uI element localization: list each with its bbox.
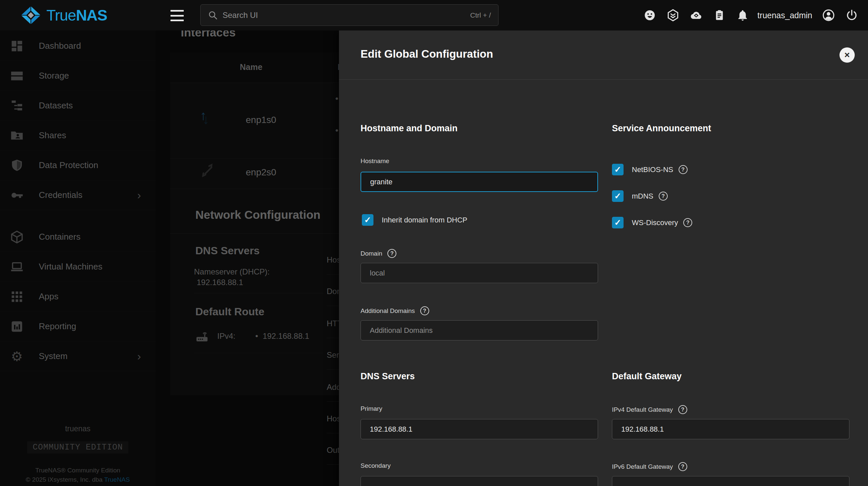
modal-header: Edit Global Configuration × [339, 31, 868, 79]
checkbox-checked-icon: ✓ [612, 190, 624, 202]
truecommand-cloud-icon[interactable] [685, 0, 708, 31]
mdns-checkbox[interactable]: ✓ mDNS ? [612, 190, 851, 202]
help-icon[interactable]: ? [388, 249, 396, 258]
default-gateway-heading: Default Gateway [612, 371, 851, 382]
truenas-logo-icon [20, 5, 42, 26]
service-announcement-heading: Service Announcement [612, 123, 851, 134]
secondary-dns-label: Secondary [361, 462, 598, 469]
primary-dns-input[interactable] [361, 419, 598, 439]
help-icon[interactable]: ? [678, 405, 687, 414]
additional-domains-label: Additional Domains ? [361, 306, 598, 315]
ipv6-gateway-input[interactable] [612, 476, 849, 486]
close-icon[interactable]: × [839, 47, 855, 63]
username: truenas_admin [754, 10, 817, 20]
stacked-services-icon[interactable] [661, 0, 685, 31]
netbios-checkbox[interactable]: ✓ NetBIOS-NS ? [612, 164, 851, 175]
primary-dns-label: Primary [361, 405, 598, 412]
inherit-domain-checkbox[interactable]: ✓ Inherit domain from DHCP [362, 214, 599, 226]
hostname-input[interactable] [361, 172, 598, 192]
top-bar: TrueNAS Ctrl + / [0, 0, 868, 31]
checkbox-checked-icon: ✓ [612, 164, 624, 175]
user-avatar-icon[interactable] [817, 0, 840, 31]
jobs-clipboard-icon[interactable] [708, 0, 731, 31]
checkbox-checked-icon: ✓ [362, 214, 373, 226]
domain-input[interactable] [361, 263, 598, 283]
dns-servers-heading: DNS Servers [361, 371, 598, 382]
menu-toggle-icon[interactable] [170, 10, 184, 21]
checkbox-checked-icon: ✓ [612, 217, 624, 228]
search-shortcut: Ctrl + / [470, 11, 491, 19]
alerts-bell-icon[interactable] [731, 0, 754, 31]
help-icon[interactable]: ? [420, 306, 429, 315]
power-icon[interactable] [840, 0, 863, 31]
help-icon[interactable]: ? [678, 462, 687, 471]
ws-discovery-checkbox[interactable]: ✓ WS-Discovery ? [612, 217, 851, 228]
help-icon[interactable]: ? [683, 218, 692, 227]
hostname-label: Hostname [361, 158, 598, 165]
help-icon[interactable]: ? [679, 165, 688, 174]
secondary-dns-input[interactable] [361, 476, 598, 486]
truenas-logo[interactable]: TrueNAS [20, 5, 107, 26]
search-icon [208, 10, 218, 20]
feedback-smiley-icon[interactable] [638, 0, 661, 31]
global-search[interactable]: Ctrl + / [200, 4, 498, 26]
edit-global-configuration-modal: Edit Global Configuration × Hostname and… [339, 31, 868, 486]
modal-title: Edit Global Configuration [361, 48, 493, 60]
hostname-domain-heading: Hostname and Domain [361, 123, 598, 134]
help-icon[interactable]: ? [659, 192, 668, 201]
additional-domains-input[interactable] [361, 320, 598, 341]
search-input[interactable] [222, 10, 470, 20]
domain-label: Domain ? [361, 249, 598, 258]
ipv4-gateway-input[interactable] [612, 419, 849, 439]
logo-text: TrueNAS [46, 6, 107, 24]
ipv4-gateway-label: IPv4 Default Gateway ? [612, 405, 851, 414]
ipv6-gateway-label: IPv6 Default Gateway ? [612, 462, 851, 471]
